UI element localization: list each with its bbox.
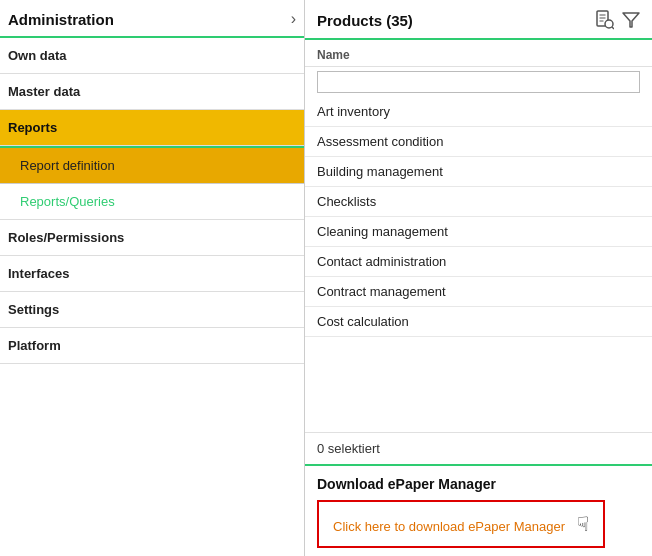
name-search-input[interactable] bbox=[317, 71, 640, 93]
sidebar-header: Administration › bbox=[0, 0, 304, 38]
download-link-text: Click here to download ePaper Manager bbox=[333, 518, 565, 536]
list-item[interactable]: Assessment condition bbox=[305, 127, 652, 157]
sidebar-title: Administration bbox=[8, 11, 114, 28]
download-section: Download ePaper Manager Click here to do… bbox=[305, 466, 652, 556]
svg-line-5 bbox=[612, 27, 614, 29]
list-item[interactable]: Building management bbox=[305, 157, 652, 187]
document-icon[interactable] bbox=[594, 10, 614, 30]
svg-marker-6 bbox=[623, 13, 639, 27]
product-list: Art inventory Assessment condition Build… bbox=[305, 97, 652, 432]
products-title: Products (35) bbox=[317, 12, 413, 29]
list-item[interactable]: Checklists bbox=[305, 187, 652, 217]
download-title: Download ePaper Manager bbox=[317, 476, 640, 492]
sidebar-item-reports[interactable]: Reports bbox=[0, 110, 304, 146]
sidebar-item-reports-queries[interactable]: Reports/Queries bbox=[0, 184, 304, 220]
list-item[interactable]: Cost calculation bbox=[305, 307, 652, 337]
svg-point-4 bbox=[605, 20, 613, 28]
main-panel: Products (35) bbox=[305, 0, 652, 556]
list-item[interactable]: Contract management bbox=[305, 277, 652, 307]
sidebar-item-roles-permissions[interactable]: Roles/Permissions bbox=[0, 220, 304, 256]
list-item[interactable]: Contact administration bbox=[305, 247, 652, 277]
status-bar: 0 selektiert bbox=[305, 432, 652, 466]
selected-count: 0 selektiert bbox=[317, 441, 380, 456]
filter-icon[interactable] bbox=[622, 11, 640, 29]
header-icons bbox=[594, 10, 640, 30]
download-box[interactable]: Click here to download ePaper Manager ☟ bbox=[317, 500, 605, 548]
sidebar-item-interfaces[interactable]: Interfaces bbox=[0, 256, 304, 292]
sidebar-item-platform[interactable]: Platform bbox=[0, 328, 304, 364]
list-item[interactable]: Cleaning management bbox=[305, 217, 652, 247]
sidebar-item-report-definition[interactable]: Report definition bbox=[0, 146, 304, 184]
cursor-icon: ☟ bbox=[577, 512, 589, 536]
sidebar-item-own-data[interactable]: Own data bbox=[0, 38, 304, 74]
sidebar: Administration › Own data Master data Re… bbox=[0, 0, 305, 556]
sidebar-item-settings[interactable]: Settings bbox=[0, 292, 304, 328]
name-label: Name bbox=[305, 40, 652, 67]
sidebar-item-master-data[interactable]: Master data bbox=[0, 74, 304, 110]
sidebar-expand-icon[interactable]: › bbox=[291, 10, 296, 28]
list-item[interactable]: Art inventory bbox=[305, 97, 652, 127]
main-header: Products (35) bbox=[305, 0, 652, 40]
